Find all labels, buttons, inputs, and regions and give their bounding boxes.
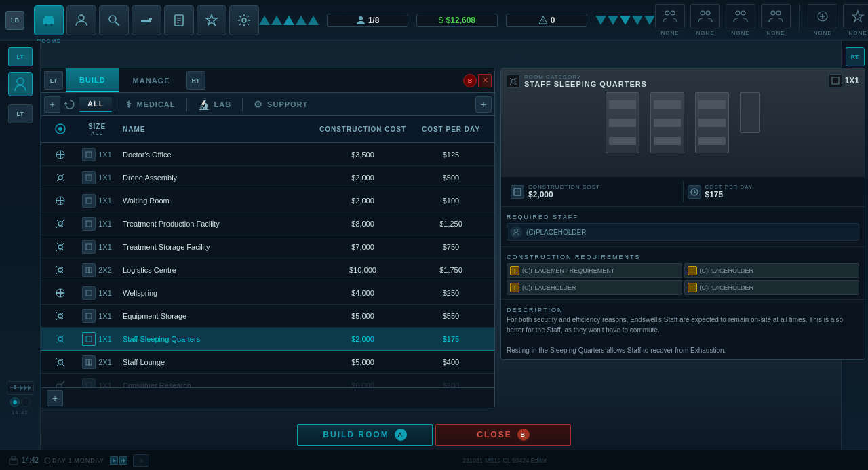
left-avatar[interactable]	[8, 72, 33, 96]
close-button[interactable]: CLOSE B	[435, 424, 571, 446]
svg-point-5	[109, 16, 116, 22]
table-row-selected[interactable]: 1X1 Staff Sleeping Quarters $2,000 $175	[41, 328, 494, 351]
row-size: 1X1	[77, 217, 117, 231]
cat-all[interactable]: ALL	[79, 97, 112, 112]
svg-rect-68	[86, 359, 89, 365]
table-row[interactable]: 1X1 Treatment Production Facility $8,000…	[41, 212, 494, 235]
row-cost-selected: $2,000	[315, 335, 410, 343]
svg-point-31	[17, 78, 24, 85]
row-size: 2X1	[77, 355, 117, 369]
lb-badge: LB	[5, 11, 24, 30]
cat-add-left[interactable]: +	[44, 96, 60, 113]
cat-support-icon: ⚙	[254, 99, 263, 110]
row-name: Staff Lounge	[117, 358, 315, 366]
row-icon	[44, 218, 77, 229]
svg-point-19	[671, 11, 675, 15]
build-badge: A	[395, 429, 407, 441]
svg-point-14	[242, 18, 246, 22]
panel-close-btn[interactable]: ✕	[478, 74, 492, 87]
table-row[interactable]: 1X1 Wellspring $4,000 $250	[41, 281, 494, 305]
build-room-button[interactable]: BUILD ROOM A	[297, 424, 433, 446]
svg-marker-87	[113, 458, 116, 463]
svg-rect-62	[86, 290, 92, 296]
table-row[interactable]: 2X1 Staff Lounge $5,000 $400	[41, 351, 494, 374]
svg-text:!: !	[542, 18, 544, 23]
construction-cost-value: $2,000	[528, 190, 600, 199]
alerts-resource: ! 0	[506, 14, 587, 27]
construction-cost-item: CONSTRUCTION COST $2,000	[507, 181, 684, 202]
detail-image: ROOM CATEGORY STAFF SLEEPING QUARTERS 1X…	[501, 68, 865, 177]
room-category-name: STAFF SLEEPING QUARTERS	[524, 80, 647, 88]
row-cpd: $100	[410, 197, 492, 205]
status-day: DAY 1	[52, 457, 73, 464]
play-btn[interactable]	[110, 456, 118, 465]
row-size: 1X1	[77, 240, 117, 254]
svg-rect-8	[149, 18, 152, 20]
nav-staff[interactable]	[66, 5, 96, 35]
svg-rect-78	[832, 77, 839, 84]
lt-button[interactable]: LT	[8, 47, 33, 66]
table-add-btn[interactable]: +	[47, 390, 63, 406]
ff-btn[interactable]	[119, 456, 127, 465]
build-panel: LT BUILD MANAGE RT B ✕ + ALL ⚕ MEDICAL	[41, 68, 495, 408]
row-name: Consumer Research	[117, 381, 315, 388]
nav-research[interactable]	[99, 5, 129, 35]
table-row[interactable]: 1X1 Equipment Storage $5,000 $550	[41, 305, 494, 328]
stat-group-1: NONE	[808, 4, 837, 36]
table-row[interactable]: 1X1 Treatment Storage Facility $7,000 $7…	[41, 235, 494, 258]
row-cpd: $500	[410, 174, 492, 182]
table-row[interactable]: 1X1 Waiting Room $2,000 $100	[41, 189, 494, 212]
svg-point-22	[736, 11, 740, 15]
cat-add-right[interactable]: +	[475, 96, 492, 113]
rotate-icon	[62, 96, 78, 113]
req-item: ! (C)PLACEHOLDER	[684, 280, 860, 295]
table-row[interactable]: 1X1 Drone Assembly $2,000 $500	[41, 166, 494, 189]
svg-point-18	[665, 11, 669, 15]
nav-settings[interactable]	[229, 5, 259, 35]
table-body: 1X1 Doctor's Office $3,500 $125 1X1 Dron…	[41, 143, 494, 387]
daily-cost-item: COST PER DAY $175	[684, 181, 860, 202]
svg-rect-55	[86, 221, 92, 227]
nav-missions[interactable]	[197, 5, 226, 35]
category-tabs: + ALL ⚕ MEDICAL 🔬 LAB ⚙	[41, 93, 494, 116]
req-text: (C)PLACEHOLDER	[700, 267, 754, 274]
req-grid: ! (C)PLACEMENT REQUIREMENT ! (C)PLACEHOL…	[507, 263, 859, 295]
panel-close-badge: B	[463, 74, 477, 87]
row-size: 1X1	[77, 171, 117, 184]
close-badge: B	[517, 429, 530, 441]
cat-lab-icon: 🔬	[198, 99, 210, 110]
svg-rect-59	[86, 267, 89, 273]
construction-cost-icon	[511, 185, 524, 199]
top-bar: LB ROOMS	[0, 0, 868, 41]
required-staff-section: REQUIRED STAFF (C)PLACEHOLDER	[501, 207, 865, 247]
tab-build[interactable]: BUILD	[66, 68, 119, 92]
svg-line-71	[61, 381, 64, 385]
table-row[interactable]: 1X1 Consumer Research $6,000 $200	[41, 374, 494, 387]
svg-point-25	[776, 11, 781, 15]
nav-reports[interactable]	[164, 5, 194, 35]
req-item: ! (C)PLACEMENT REQUIREMENT	[507, 263, 682, 278]
staff-group-2: NONE	[690, 4, 720, 36]
money-value: $12,608	[446, 16, 475, 25]
panel-tabs: LT BUILD MANAGE RT B ✕	[41, 68, 494, 93]
stat-label-1: NONE	[813, 30, 831, 36]
daily-cost-value: $175	[705, 190, 753, 199]
row-name: Doctor's Office	[117, 151, 315, 159]
table-row[interactable]: 2X2 Logistics Centre $10,000 $1,750	[41, 258, 494, 281]
description-title: DESCRIPTION	[507, 304, 859, 315]
row-icon	[44, 241, 77, 252]
cat-lab[interactable]: 🔬 LAB	[190, 96, 240, 113]
row-cpd: $750	[410, 243, 492, 251]
cat-medical[interactable]: ⚕ MEDICAL	[118, 96, 183, 113]
cat-support[interactable]: ⚙ SUPPORT	[245, 96, 316, 113]
nav-weapons[interactable]	[132, 5, 161, 35]
table-row[interactable]: 1X1 Doctor's Office $3,500 $125	[41, 143, 494, 166]
tab-manage[interactable]: MANAGE	[119, 68, 184, 92]
row-cpd: $125	[410, 151, 492, 159]
th-cpd: COST PER DAY	[410, 125, 492, 133]
rooms-nav[interactable]: ROOMS	[34, 5, 64, 35]
svg-point-41	[58, 127, 62, 131]
left-sub-btn[interactable]: LT	[8, 104, 33, 123]
svg-point-83	[515, 229, 518, 233]
row-cost: $3,500	[315, 151, 410, 159]
